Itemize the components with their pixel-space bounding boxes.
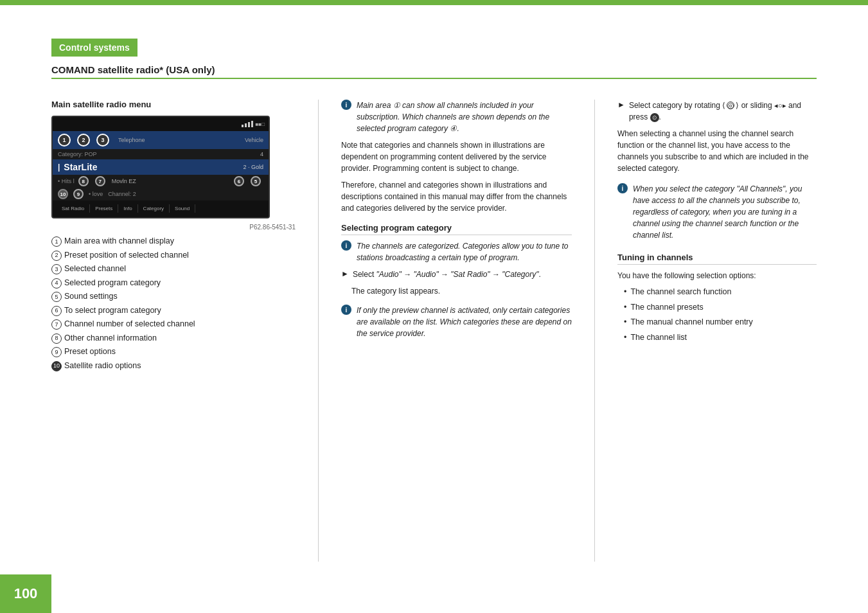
all-channels-note: When you select the category "All Channe… xyxy=(633,183,817,241)
channel-search-note: When selecting a channel using the chann… xyxy=(617,128,817,174)
info-icon-2: i xyxy=(341,240,351,251)
page-number-box: 100 xyxy=(0,574,51,613)
num-2-circle: 2 xyxy=(51,251,62,261)
middle-column: i Main area ① can show all channels incl… xyxy=(341,100,572,562)
btn-3[interactable]: 3 xyxy=(96,134,109,147)
arrow-icon: ► xyxy=(341,269,349,278)
left-heading: Main satellite radio menu xyxy=(51,100,296,109)
preview-note: If only the preview channel is activated… xyxy=(357,305,572,339)
num-7-circle: 7 xyxy=(51,319,62,330)
content-area: Main satellite radio menu ■■□ 1 2 xyxy=(51,100,817,562)
list-item: 7 Channel number of selected channel xyxy=(51,319,296,330)
tuning-heading: Tuning in channels xyxy=(617,253,817,265)
radio-signal-icon xyxy=(242,121,253,127)
list-item: 3 Selected channel xyxy=(51,263,296,275)
num-3-circle: 3 xyxy=(51,264,62,274)
list-item: 10 Satellite radio options xyxy=(51,360,296,372)
arrow-icon-right: ► xyxy=(617,100,625,109)
section-title: Control systems xyxy=(59,42,130,53)
numbered-list: 1 Main area with channel display 2 Prese… xyxy=(51,236,296,371)
tuning-option-4: The channel list xyxy=(624,332,817,344)
radio-main-row: | StarLite 2 · Gold xyxy=(53,159,269,175)
col-divider-2 xyxy=(594,100,595,562)
select-instruction-item: ► Select "Audio" → "Audio" → "Sat Radio"… xyxy=(341,269,572,280)
btn-2[interactable]: 2 xyxy=(77,134,90,147)
list-item: 1 Main area with channel display xyxy=(51,236,296,247)
radio-display: ■■□ 1 2 3 Telephone Vehicle Category: PO… xyxy=(51,116,270,218)
btn-7[interactable]: 7 xyxy=(95,176,105,186)
preview-info-block: i If only the preview channel is activat… xyxy=(341,305,572,339)
btn-9[interactable]: 9 xyxy=(73,189,84,199)
main-area-note: Main area ① can show all channels includ… xyxy=(357,100,572,134)
btn-8[interactable]: 8 xyxy=(78,176,89,186)
all-channels-info-block: i When you select the category "All Chan… xyxy=(617,183,817,241)
right-column: ► Select category by rotating ⟨◎⟩ or sli… xyxy=(617,100,817,562)
list-item: 8 Other channel information xyxy=(51,333,296,344)
num-4-circle: 4 xyxy=(51,278,62,289)
section-header: Control systems COMAND satellite radio* … xyxy=(51,39,817,79)
top-green-bar xyxy=(0,0,868,5)
btn-10[interactable]: 10 xyxy=(58,189,68,199)
tuning-options-list: The channel search function The channel … xyxy=(617,287,817,343)
tuning-intro: You have the following selection options… xyxy=(617,270,817,281)
num-9-circle: 9 xyxy=(51,347,62,357)
num-10-circle: 10 xyxy=(51,361,62,371)
knob-sym: ⟨◎⟩ xyxy=(722,100,739,111)
radio-top-bar: ■■□ xyxy=(53,117,269,131)
radio-bottom-bar: Sat Radio Presets Info Category Sound xyxy=(53,200,269,216)
tuning-option-2: The channel presets xyxy=(624,302,817,314)
radio-bottom-tabs: Sat Radio Presets Info Category Sound xyxy=(57,204,195,213)
num-8-circle: 8 xyxy=(51,333,62,344)
categories-info-block: i The channels are categorized. Categori… xyxy=(341,240,572,263)
num-5-circle: 5 xyxy=(51,292,62,302)
list-item: 6 To select program category xyxy=(51,305,296,317)
radio-ref: P62.86-5451-31 xyxy=(51,224,296,231)
left-column: Main satellite radio menu ■■□ 1 2 xyxy=(51,100,296,562)
categories-note: The channels are categorized. Categories… xyxy=(357,240,572,263)
btn-5[interactable]: 5 xyxy=(251,176,261,186)
radio-channels-row: • Hits l 8 7 Movln EZ 6 5 xyxy=(53,175,269,188)
list-item: 9 Preset options xyxy=(51,346,296,358)
info-icon-4: i xyxy=(617,183,628,193)
radio-category-row: Category: POP 4 xyxy=(53,149,269,159)
page-number: 100 xyxy=(14,585,38,602)
tuning-option-3: The manual channel number entry xyxy=(624,317,817,328)
select-category-text: Select category by rotating ⟨◎⟩ or slidi… xyxy=(629,100,817,123)
category-list-appears: The category list appears. xyxy=(351,285,572,297)
selecting-heading: Selecting program category xyxy=(341,223,572,235)
info-icon-1: i xyxy=(341,100,351,110)
section-title-bar: Control systems xyxy=(51,39,137,57)
list-item: 2 Preset position of selected channel xyxy=(51,250,296,262)
num-1-circle: 1 xyxy=(51,236,62,247)
subsection-title: COMAND satellite radio* (USA only) xyxy=(51,64,817,79)
col-divider-1 xyxy=(318,100,319,562)
note1: Note that categories and channels shown … xyxy=(341,139,572,174)
note2: Therefore, channel and categories shown … xyxy=(341,179,572,214)
btn-1[interactable]: 1 xyxy=(58,134,71,147)
list-item: 5 Sound settings xyxy=(51,291,296,303)
btn-6[interactable]: 6 xyxy=(234,176,244,186)
tuning-option-1: The channel search function xyxy=(624,287,817,298)
knob-circle-icon: ◎ xyxy=(727,102,734,109)
main-area-info-block: i Main area ① can show all channels incl… xyxy=(341,100,572,134)
select-instruction: Select "Audio" → "Audio" → "Sat Radio" →… xyxy=(353,269,541,280)
select-category-arrow-item: ► Select category by rotating ⟨◎⟩ or sli… xyxy=(617,100,817,123)
num-6-circle: 6 xyxy=(51,306,62,316)
list-item: 4 Selected program category xyxy=(51,278,296,289)
info-icon-3: i xyxy=(341,305,351,315)
